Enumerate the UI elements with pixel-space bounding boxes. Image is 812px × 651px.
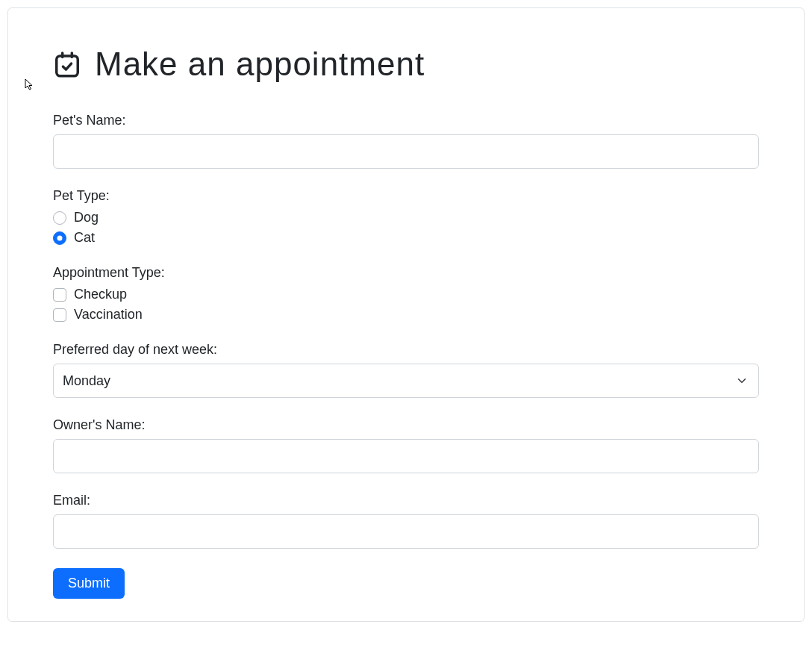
preferred-day-label: Preferred day of next week: <box>53 342 759 358</box>
calendar-check-icon <box>53 50 81 78</box>
pet-name-label: Pet's Name: <box>53 113 759 128</box>
checkbox-checkup[interactable] <box>53 288 66 302</box>
appt-type-option: Checkup <box>53 287 759 302</box>
appt-type-label: Appointment Type: <box>53 265 759 281</box>
appointment-card: Make an appointment Pet's Name: Pet Type… <box>7 7 805 622</box>
pet-type-group: Pet Type: Dog Cat <box>53 188 759 246</box>
email-group: Email: <box>53 493 759 549</box>
svg-rect-0 <box>57 56 78 76</box>
pet-type-label: Pet Type: <box>53 188 759 204</box>
pet-type-option: Cat <box>53 230 759 246</box>
page-title: Make an appointment <box>95 46 425 83</box>
radio-dog[interactable] <box>53 211 66 225</box>
preferred-day-select[interactable]: Monday <box>53 364 759 398</box>
checkbox-checkup-label: Checkup <box>74 287 127 302</box>
preferred-day-group: Preferred day of next week: Monday <box>53 342 759 398</box>
radio-cat-label: Cat <box>74 230 95 246</box>
heading-row: Make an appointment <box>53 46 759 83</box>
checkbox-vaccination-label: Vaccination <box>74 307 143 323</box>
owner-name-group: Owner's Name: <box>53 417 759 473</box>
email-label: Email: <box>53 493 759 508</box>
submit-button[interactable]: Submit <box>53 568 125 599</box>
radio-dog-label: Dog <box>74 210 99 225</box>
pet-type-option: Dog <box>53 210 759 225</box>
checkbox-vaccination[interactable] <box>53 308 66 322</box>
appt-type-option: Vaccination <box>53 307 759 323</box>
owner-name-label: Owner's Name: <box>53 417 759 433</box>
pet-name-input[interactable] <box>53 134 759 169</box>
appt-type-group: Appointment Type: Checkup Vaccination <box>53 265 759 323</box>
email-input[interactable] <box>53 514 759 549</box>
pet-name-group: Pet's Name: <box>53 113 759 169</box>
radio-cat[interactable] <box>53 231 66 245</box>
owner-name-input[interactable] <box>53 439 759 473</box>
